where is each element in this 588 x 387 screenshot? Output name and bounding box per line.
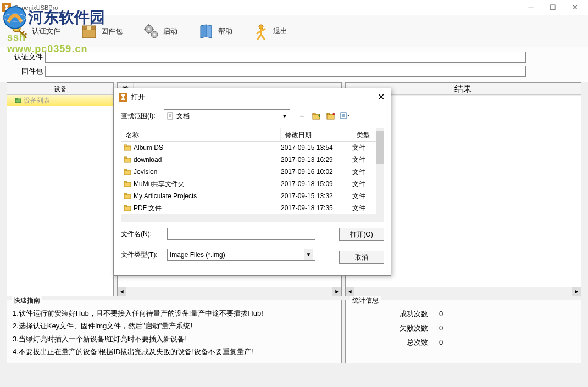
nav-up-button[interactable] [311, 110, 322, 121]
svg-rect-25 [313, 113, 315, 115]
file-date: 2017-09-13 16:29 [281, 156, 352, 164]
dialog-close-button[interactable]: ✕ [375, 92, 386, 103]
file-name: My Articulate Projects [134, 192, 197, 200]
file-row[interactable]: MuMu共享文件夹2017-09-18 15:09文件 [121, 178, 384, 190]
open-button[interactable]: 打开(O) [339, 228, 384, 241]
folder-icon [124, 168, 131, 176]
cancel-button[interactable]: 取消 [339, 251, 384, 264]
col-name-header[interactable]: 名称 [121, 128, 281, 141]
lookin-value: 文档 [176, 111, 190, 121]
folder-icon [124, 144, 131, 152]
filelist-vscrollbar[interactable] [376, 128, 384, 222]
documents-icon [167, 112, 174, 120]
nav-back-button[interactable]: ← [297, 110, 308, 121]
dialog-title: 打开 [131, 92, 145, 102]
filetype-value: Image Files (*.img) [170, 251, 225, 259]
file-date: 2017-09-15 13:32 [281, 192, 352, 200]
folder-icon [124, 204, 131, 212]
filetype-select[interactable]: Image Files (*.img) ▼ [167, 249, 315, 261]
filelist-hscrollbar[interactable] [121, 214, 377, 222]
file-name: Album DS [134, 144, 163, 152]
svg-rect-38 [124, 169, 127, 171]
file-name: PDF 文件 [134, 204, 162, 213]
file-date: 2017-09-18 15:09 [281, 180, 352, 188]
filename-label: 文件名(N): [121, 229, 167, 239]
dialog-icon [119, 93, 127, 102]
file-row[interactable]: Album DS2017-09-15 13:54文件 [121, 142, 384, 154]
chevron-down-icon: ▼ [304, 249, 313, 260]
svg-text:✱: ✱ [332, 112, 335, 116]
file-row[interactable]: My Articulate Projects2017-09-15 13:32文件 [121, 190, 384, 202]
file-name: MuMu共享文件夹 [134, 180, 185, 189]
filename-input[interactable] [167, 228, 315, 240]
folder-icon [124, 180, 131, 188]
file-row[interactable]: Jovision2017-09-16 10:02文件 [121, 166, 384, 178]
file-row[interactable]: download2017-09-13 16:29文件 [121, 154, 384, 166]
folder-icon [124, 192, 131, 200]
file-date: 2017-09-15 13:54 [281, 144, 352, 152]
folder-icon [124, 156, 131, 164]
nav-newfolder-button[interactable]: ✱ [325, 110, 336, 121]
file-open-dialog: 打开 ✕ 查找范围(I): 文档 ▼ ← ✱ 名称 修改日期 类型 [114, 88, 391, 276]
col-date-header[interactable]: 修改日期 [281, 128, 352, 141]
lookin-label: 查找范围(I): [121, 111, 160, 121]
file-name: download [134, 156, 162, 164]
file-date: 2017-09-18 17:35 [281, 204, 352, 212]
lookin-combo[interactable]: 文档 ▼ [164, 109, 290, 122]
svg-rect-36 [124, 157, 127, 159]
file-date: 2017-09-16 10:02 [281, 168, 352, 176]
svg-rect-27 [327, 113, 330, 115]
file-list[interactable]: 名称 修改日期 类型 Album DS2017-09-15 13:54文件dow… [121, 128, 384, 222]
filetype-label: 文件类型(T): [121, 250, 167, 260]
chevron-down-icon: ▼ [282, 113, 287, 119]
svg-rect-20 [168, 113, 173, 119]
nav-views-button[interactable] [340, 110, 351, 121]
svg-rect-40 [124, 181, 127, 183]
file-name: Jovision [134, 168, 157, 176]
svg-rect-42 [124, 193, 127, 195]
svg-rect-44 [124, 205, 127, 207]
svg-rect-34 [124, 145, 127, 147]
file-row[interactable]: PDF 文件2017-09-18 17:35文件 [121, 202, 384, 214]
